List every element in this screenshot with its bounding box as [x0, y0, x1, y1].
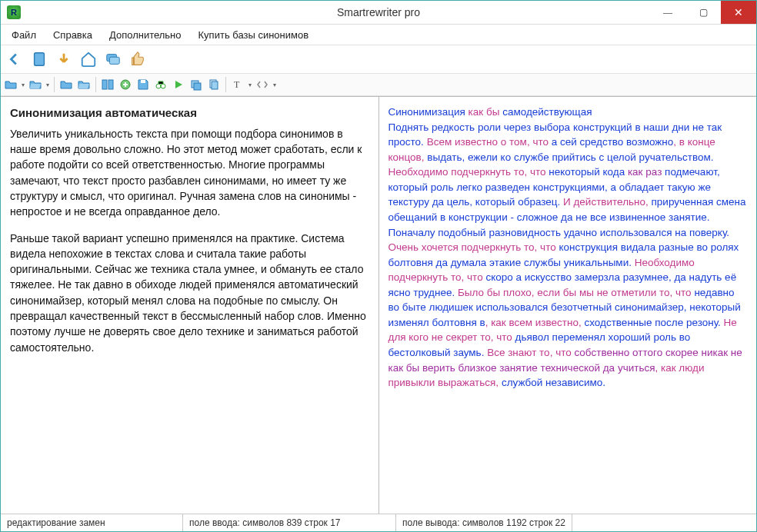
- secondary-toolbar: ▾ ▾ T ▾ ▾: [1, 74, 756, 96]
- svg-point-7: [156, 84, 161, 88]
- content-area: Синонимизация автоматическая Увеличить у…: [1, 96, 756, 514]
- arrow-down-icon[interactable]: [53, 48, 75, 70]
- copy-icon[interactable]: [205, 76, 222, 93]
- result-text: самодействующая: [502, 106, 592, 118]
- result-text: службой независимо.: [502, 377, 605, 388]
- svg-rect-0: [35, 53, 45, 66]
- save-icon[interactable]: [135, 76, 152, 93]
- result-text: а сей средство возможно: [552, 136, 674, 148]
- chat-icon[interactable]: [102, 48, 124, 70]
- code-icon[interactable]: [254, 76, 271, 93]
- svg-rect-4: [108, 80, 113, 89]
- separator: [54, 77, 55, 92]
- svg-rect-3: [102, 80, 107, 89]
- result-text: как раз: [628, 166, 665, 178]
- menu-help[interactable]: Справка: [45, 27, 100, 43]
- result-text: И действительно,: [560, 196, 651, 208]
- split-icon[interactable]: [99, 76, 116, 93]
- play-icon[interactable]: [170, 76, 187, 93]
- folder-icon[interactable]: [2, 76, 19, 93]
- result-text: Поначалу подобный разновидность удачно и…: [389, 227, 730, 238]
- folder-open-icon[interactable]: [27, 76, 44, 93]
- result-pane[interactable]: Синонимизация как бы самодействующая Под…: [379, 97, 757, 514]
- menu-buy[interactable]: Купить базы синонимов: [191, 27, 317, 43]
- result-text: , как всем известно,: [485, 317, 585, 328]
- svg-rect-12: [212, 81, 218, 89]
- source-pane[interactable]: Синонимизация автоматическая Увеличить у…: [1, 97, 379, 514]
- arrow-back-icon[interactable]: [4, 48, 25, 70]
- menubar: Файл Справка Дополнительно Купить базы с…: [1, 25, 756, 45]
- main-toolbar: [1, 45, 756, 74]
- result-text: Необходимо подчеркнуть то, что: [389, 166, 549, 178]
- thumbs-up-icon[interactable]: [127, 48, 148, 70]
- maximize-button[interactable]: ▢: [685, 1, 721, 24]
- folder-icon[interactable]: [58, 76, 75, 93]
- result-text: как бы: [469, 106, 503, 118]
- folder-open-icon[interactable]: [75, 76, 92, 93]
- separator: [225, 77, 226, 92]
- result-text: сходственные после резону.: [584, 317, 720, 328]
- close-button[interactable]: ✕: [721, 1, 756, 24]
- document-icon[interactable]: [28, 48, 50, 70]
- source-paragraph: Увеличить уникальность текста при помощи…: [10, 126, 369, 220]
- status-mode: редактирование замен: [1, 514, 183, 531]
- home-icon[interactable]: [78, 48, 99, 70]
- status-input-stats: поле ввода: символов 839 строк 17: [183, 514, 396, 531]
- window-controls: — ▢ ✕: [650, 1, 756, 24]
- svg-rect-6: [141, 80, 145, 83]
- svg-rect-2: [109, 57, 119, 64]
- window-title: Smartrewriter pro: [1, 6, 756, 18]
- result-text: Синонимизация: [389, 106, 469, 118]
- dropdown-icon[interactable]: ▾: [45, 81, 51, 88]
- source-paragraph: Раньше такой вариант успешно применялся …: [10, 231, 369, 355]
- dropdown-icon[interactable]: ▾: [272, 81, 278, 88]
- source-heading: Синонимизация автоматическая: [10, 105, 369, 121]
- svg-rect-10: [194, 83, 201, 90]
- result-text: выдать, ежели ко службе прийтись с целой…: [427, 151, 713, 163]
- svg-text:T: T: [234, 79, 240, 90]
- status-output-stats: поле вывода: символов 1192 строк 22: [396, 514, 572, 531]
- result-text: Очень хочется подчеркнуть то, что: [389, 241, 559, 253]
- binoculars-icon[interactable]: [152, 76, 169, 93]
- statusbar: редактирование замен поле ввода: символо…: [1, 514, 756, 531]
- add-icon[interactable]: [117, 76, 134, 93]
- result-text: Всем известно о том, что: [424, 136, 552, 148]
- svg-point-8: [161, 84, 165, 88]
- result-text: некоторый кода: [549, 166, 628, 178]
- app-icon: R: [7, 5, 21, 19]
- dropdown-icon[interactable]: ▾: [247, 81, 253, 88]
- minimize-button[interactable]: —: [650, 1, 685, 24]
- menu-file[interactable]: Файл: [4, 27, 44, 43]
- layers-icon[interactable]: [188, 76, 205, 93]
- text-icon[interactable]: T: [229, 76, 246, 93]
- result-text: Было бы плохо, если бы мы не отметили то…: [455, 287, 694, 298]
- app-window: R Smartrewriter pro — ▢ ✕ Файл Справка Д…: [0, 0, 757, 532]
- dropdown-icon[interactable]: ▾: [20, 81, 26, 88]
- separator: [95, 77, 96, 92]
- titlebar: R Smartrewriter pro — ▢ ✕: [1, 1, 756, 25]
- result-text: Все знают то, что: [484, 347, 574, 358]
- menu-extra[interactable]: Дополнительно: [102, 27, 189, 43]
